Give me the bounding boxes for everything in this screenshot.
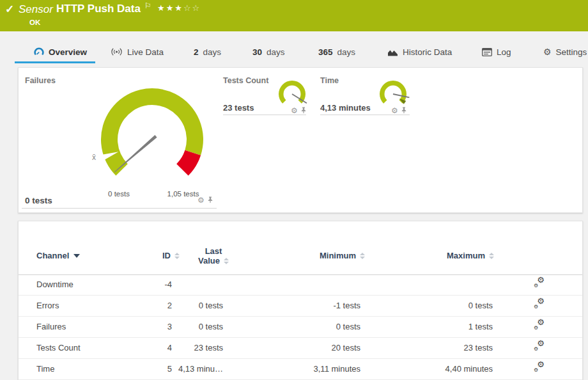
column-label: Value — [198, 256, 220, 265]
gauge-title-tests-count: Tests Count — [223, 76, 268, 85]
channel-settings-icon[interactable]: ⚙⚙ — [534, 361, 545, 371]
column-header-last-value[interactable]: Last Value — [186, 246, 241, 265]
minimum-value: 20 tests — [277, 343, 360, 352]
maximum-value: 1 tests — [410, 322, 493, 331]
column-header-id[interactable]: ID — [121, 251, 180, 260]
table-row[interactable]: Errors 2 0 tests -1 tests 0 tests ⚙⚙ — [19, 295, 582, 317]
failures-current-value: 0 tests — [25, 196, 52, 205]
tab-settings[interactable]: ⚙ Settings — [543, 44, 587, 60]
tab-unit: days — [267, 47, 285, 57]
minimum-value: 3,11 minutes — [277, 364, 360, 374]
active-tab-underline — [15, 61, 95, 63]
sensor-title-bar: ✓ Sensor HTTP Push Data ⚐ ★★★☆☆ OK — [0, 0, 588, 31]
tab-2-days[interactable]: 2 days — [194, 44, 221, 60]
column-label: Minimum — [320, 251, 356, 260]
tab-30-days[interactable]: 30 days — [252, 44, 285, 60]
tab-live-data[interactable]: Live Data — [111, 44, 164, 60]
channel-settings-icon[interactable]: ⚙⚙ — [534, 340, 545, 350]
minimum-value: -1 tests — [277, 301, 360, 310]
sort-icon — [174, 253, 180, 259]
gauge-scale-min: 0 tests — [100, 190, 138, 198]
tab-log[interactable]: Log — [482, 44, 511, 60]
log-icon — [482, 48, 492, 56]
last-value: 0 tests — [146, 322, 223, 331]
gear-icon: ⚙ — [534, 304, 538, 309]
last-value: 0 tests — [146, 301, 223, 310]
priority-stars[interactable]: ★★★☆☆ — [157, 3, 201, 13]
channel-name: Errors — [36, 301, 59, 310]
flag-icon[interactable]: ⚐ — [144, 1, 151, 10]
table-row[interactable]: Downtime -4 ⚙⚙ — [19, 274, 582, 296]
column-label: ID — [162, 251, 171, 260]
average-marker-label: x̄ — [92, 153, 96, 162]
last-value: 4,13 minu… — [146, 364, 223, 374]
gauge-actions: ⚙ — [391, 107, 407, 114]
gear-icon[interactable]: ⚙ — [197, 197, 205, 203]
channel-name: Time — [36, 364, 54, 374]
tab-label: Log — [497, 47, 511, 57]
cell-divider — [223, 115, 306, 115]
failures-gauge: x̄ — [88, 72, 216, 200]
time-current-value: 4,13 minutes — [320, 103, 371, 113]
gear-icon: ⚙ — [534, 325, 538, 330]
tab-label: Historic Data — [403, 47, 452, 57]
column-header-channel[interactable]: Channel — [36, 251, 80, 260]
cell-divider — [320, 115, 410, 115]
stars-filled: ★★★ — [157, 3, 183, 13]
channel-settings-icon[interactable]: ⚙⚙ — [534, 277, 545, 287]
status-check-icon: ✓ — [5, 3, 14, 16]
channels-table-panel: Channel ID Last Value Minimum Maximum Do… — [18, 221, 583, 380]
pin-icon[interactable] — [207, 196, 213, 203]
tab-label: Settings — [556, 47, 587, 57]
table-row[interactable]: Time 5 4,13 minu… 3,11 minutes 4,40 minu… — [19, 358, 582, 380]
pin-icon[interactable] — [401, 107, 407, 114]
gauge-icon — [34, 47, 44, 57]
tests-count-gauge — [276, 77, 312, 109]
minimum-value: 0 tests — [277, 322, 360, 331]
gear-icon: ⚙ — [534, 346, 538, 351]
sort-icon — [224, 258, 229, 264]
channel-name: Downtime — [36, 280, 74, 289]
channel-id: -4 — [114, 280, 172, 289]
gear-icon[interactable]: ⚙ — [291, 107, 298, 114]
sort-icon — [489, 253, 494, 259]
gauge-actions: ⚙ — [291, 107, 307, 114]
stars-empty: ☆☆ — [183, 3, 201, 13]
column-label: Last — [186, 246, 241, 256]
gear-icon: ⚙ — [534, 283, 538, 288]
pin-icon[interactable] — [300, 107, 307, 114]
column-header-maximum[interactable]: Maximum — [408, 251, 494, 260]
tab-unit: days — [337, 47, 356, 57]
table-row[interactable]: Failures 3 0 tests 0 tests 1 tests ⚙⚙ — [19, 316, 582, 338]
column-label: Channel — [36, 251, 69, 260]
tab-number: 30 — [252, 47, 262, 57]
tab-365-days[interactable]: 365 days — [318, 44, 355, 60]
tab-historic-data[interactable]: Historic Data — [387, 44, 452, 60]
sort-icon — [360, 253, 365, 259]
maximum-value: 23 tests — [410, 343, 493, 352]
historic-chart-icon — [387, 48, 398, 56]
cell-divider — [22, 208, 217, 209]
channel-settings-icon[interactable]: ⚙⚙ — [534, 298, 545, 308]
maximum-value: 4,40 minutes — [410, 364, 493, 374]
sort-desc-icon — [74, 254, 80, 258]
tab-number: 365 — [318, 47, 333, 57]
gear-icon: ⚙ — [534, 367, 538, 372]
table-row[interactable]: Tests Count 4 23 tests 20 tests 23 tests… — [19, 337, 582, 359]
tab-number: 2 — [194, 47, 199, 57]
tab-overview[interactable]: Overview — [34, 44, 87, 60]
gear-icon[interactable]: ⚙ — [391, 107, 398, 114]
gauge-needle — [114, 135, 157, 173]
gauge-title-time: Time — [320, 76, 339, 85]
tab-unit: days — [203, 47, 222, 57]
gear-icon: ⚙ — [543, 47, 552, 56]
gauge-title-failures: Failures — [25, 76, 56, 85]
channel-settings-icon[interactable]: ⚙⚙ — [534, 319, 545, 329]
channel-name: Failures — [36, 322, 66, 331]
time-gauge — [377, 77, 413, 109]
tab-bar: Overview Live Data 2 days 30 days 365 da… — [0, 40, 588, 64]
sensor-name: HTTP Push Data — [56, 3, 141, 15]
maximum-value: 0 tests — [410, 301, 493, 310]
column-header-minimum[interactable]: Minimum — [279, 251, 365, 260]
sensor-type-label: Sensor — [19, 3, 53, 16]
